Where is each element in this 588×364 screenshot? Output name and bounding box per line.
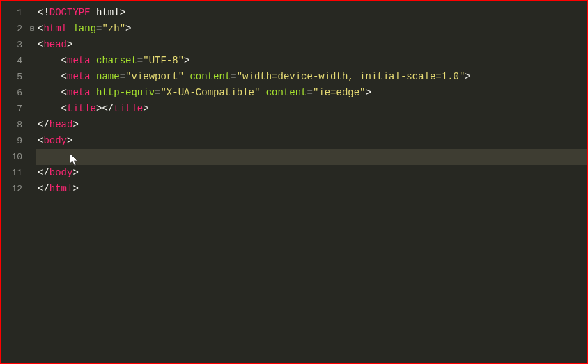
token-punct: > [465, 71, 470, 82]
token-punct: < [38, 55, 67, 66]
token-punct: <! [38, 7, 49, 18]
token-punct: > [67, 39, 72, 50]
token-tag: meta [67, 71, 91, 82]
token-punct: < [38, 87, 67, 98]
token-tag: body [43, 135, 67, 146]
token-punct: > [67, 135, 72, 146]
code-line[interactable]: <meta http-equiv="X-UA-Compatible" conte… [36, 85, 587, 101]
code-line[interactable]: <meta charset="UTF-8"> [36, 53, 587, 69]
token-attr-name: lang [72, 23, 96, 34]
token-attr-name: charset [96, 55, 137, 66]
token-punct: > [366, 87, 371, 98]
token-punct [91, 71, 96, 82]
token-punct [91, 87, 96, 98]
fold-marker [28, 117, 36, 133]
token-punct [260, 87, 265, 98]
code-area[interactable]: 123456789101112 ⊟ <!DOCTYPE html><html l… [1, 1, 587, 363]
token-attr-value: "viewport" [125, 71, 184, 82]
line-number: 3 [1, 37, 28, 53]
token-punct: > [72, 167, 78, 178]
code-line[interactable]: <meta name="viewport" content="width=dev… [36, 69, 587, 85]
token-attr-value: "ie=edge" [313, 87, 366, 98]
line-number: 1 [1, 5, 28, 21]
fold-marker [28, 69, 36, 85]
code-line[interactable]: <!DOCTYPE html> [36, 5, 587, 21]
fold-marker [28, 181, 36, 197]
line-number: 4 [1, 53, 28, 69]
token-punct [91, 55, 96, 66]
code-line[interactable]: </body> [36, 165, 587, 181]
code-line[interactable]: </html> [36, 181, 587, 197]
token-punct: > [72, 119, 78, 130]
token-punct: </ [38, 167, 49, 178]
token-punct: > [125, 23, 131, 34]
token-punct: </ [38, 183, 49, 194]
token-doctype: DOCTYPE [49, 7, 91, 18]
token-punct: < [38, 103, 67, 114]
fold-gutter[interactable]: ⊟ [28, 1, 36, 363]
token-punct: = [231, 71, 236, 82]
fold-marker [28, 85, 36, 101]
token-tag: meta [67, 87, 91, 98]
code-line[interactable]: <html lang="zh"> [36, 21, 587, 37]
token-punct: </ [38, 119, 49, 130]
fold-marker[interactable]: ⊟ [28, 21, 36, 37]
line-number: 7 [1, 101, 28, 117]
line-number: 8 [1, 117, 28, 133]
token-punct: > [184, 55, 189, 66]
fold-marker [28, 53, 36, 69]
token-punct: > [72, 183, 78, 194]
code-line[interactable] [36, 149, 587, 165]
editor-frame: 123456789101112 ⊟ <!DOCTYPE html><html l… [0, 0, 588, 364]
token-tag: head [49, 119, 73, 130]
code-line[interactable]: <body> [36, 133, 587, 149]
code-line[interactable]: <head> [36, 37, 587, 53]
fold-marker [28, 37, 36, 53]
code-line[interactable]: </head> [36, 117, 587, 133]
token-attr-value: "zh" [102, 23, 125, 34]
fold-marker [28, 5, 36, 21]
token-attr-name: name [96, 71, 120, 82]
line-number: 12 [1, 181, 28, 197]
line-number: 5 [1, 69, 28, 85]
token-punct: > [143, 103, 148, 114]
fold-guide-line [31, 25, 31, 199]
line-number-gutter: 123456789101112 [1, 1, 28, 363]
token-attr-name: http-equiv [96, 87, 155, 98]
line-number: 2 [1, 21, 28, 37]
token-tag: body [49, 167, 73, 178]
code-line[interactable]: <title></title> [36, 101, 587, 117]
token-attr-value: "width=device-width, initial-scale=1.0" [237, 71, 465, 82]
token-punct [38, 151, 61, 162]
token-tag: meta [67, 55, 91, 66]
fold-marker [28, 133, 36, 149]
token-attr-value: "UTF-8" [143, 55, 184, 66]
line-number: 11 [1, 165, 28, 181]
token-punct: < [38, 71, 67, 82]
fold-marker [28, 101, 36, 117]
token-tag: html [43, 23, 67, 34]
code-content[interactable]: <!DOCTYPE html><html lang="zh"><head> <m… [36, 1, 587, 363]
token-punct: = [120, 71, 125, 82]
token-punct: ></ [96, 103, 114, 114]
fold-marker [28, 149, 36, 165]
fold-marker [28, 165, 36, 181]
line-number: 10 [1, 149, 28, 165]
token-tag: title [114, 103, 143, 114]
token-attr-name: content [266, 87, 307, 98]
token-tag: html [49, 183, 73, 194]
line-number: 9 [1, 133, 28, 149]
token-punct: html> [91, 7, 125, 18]
token-attr-value: "X-UA-Compatible" [160, 87, 260, 98]
token-punct: = [137, 55, 143, 66]
token-punct: = [307, 87, 313, 98]
token-attr-name: content [189, 71, 231, 82]
token-tag: head [43, 39, 67, 50]
line-number: 6 [1, 85, 28, 101]
token-tag: title [67, 103, 96, 114]
